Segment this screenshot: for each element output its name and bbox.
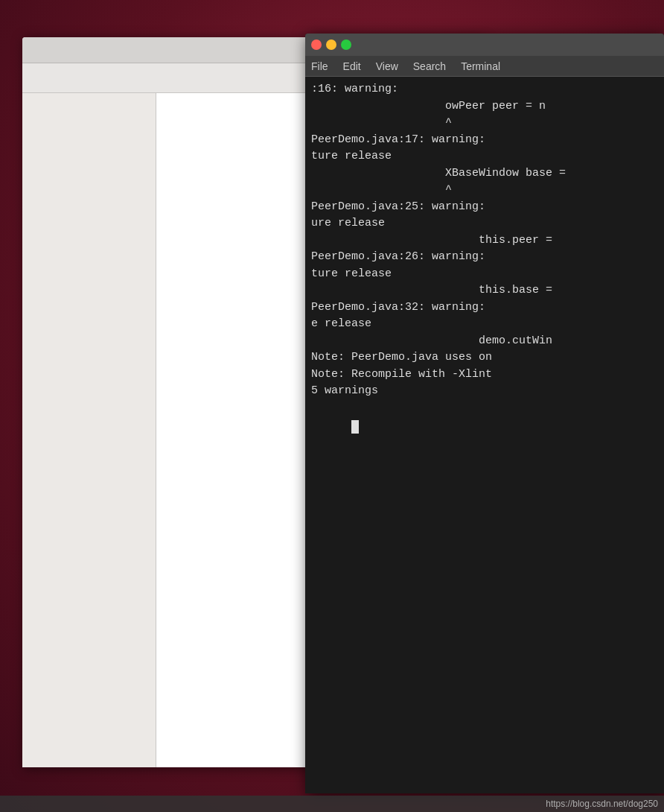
- minimize-button[interactable]: [326, 39, 336, 50]
- terminal-line-3: ^: [311, 115, 658, 132]
- terminal-content[interactable]: :16: warning: owPeer peer = n ^ PeerDemo…: [305, 77, 664, 793]
- terminal-line-12: PeerDemo.java:26: warning:: [311, 249, 658, 266]
- terminal-menubar: File Edit View Search Terminal: [305, 56, 664, 77]
- terminal-line-14: this.base =: [311, 282, 658, 299]
- terminal-line-7: ^: [311, 182, 658, 199]
- terminal-line-4: PeerDemo.java:17: warning:: [311, 132, 658, 149]
- status-bar: https://blog.csdn.net/dog250: [0, 796, 664, 812]
- menu-file[interactable]: File: [311, 60, 328, 72]
- terminal-window: File Edit View Search Terminal :16: warn…: [305, 34, 664, 793]
- terminal-line-16: PeerDemo.java:32: warning:: [311, 299, 658, 317]
- terminal-line-8: PeerDemo.java:25: warning:: [311, 199, 658, 216]
- terminal-line-6: XBaseWindow base =: [311, 165, 658, 183]
- file-manager-sidebar: [22, 93, 156, 767]
- terminal-line-18: demo.cutWin: [311, 333, 658, 350]
- maximize-button[interactable]: [341, 39, 351, 50]
- menu-search[interactable]: Search: [413, 60, 446, 72]
- terminal-line-22: 5 warnings: [311, 383, 658, 400]
- terminal-line-10: this.peer =: [311, 232, 658, 250]
- terminal-titlebar: [305, 34, 664, 56]
- terminal-line-9: ure release: [311, 215, 658, 232]
- terminal-line-2: owPeer peer = n: [311, 98, 658, 115]
- terminal-line-21: Note: Recompile with -Xlint: [311, 367, 658, 384]
- terminal-line-20: Note: PeerDemo.java uses on: [311, 349, 658, 367]
- terminal-line-17: e release: [311, 316, 658, 333]
- terminal-cursor-line: [311, 400, 658, 451]
- terminal-line-5: ture release: [311, 148, 658, 165]
- terminal-line-13: ture release: [311, 266, 658, 283]
- menu-edit[interactable]: Edit: [343, 60, 361, 72]
- menu-terminal[interactable]: Terminal: [461, 60, 500, 72]
- status-url: https://blog.csdn.net/dog250: [546, 799, 658, 809]
- menu-view[interactable]: View: [376, 60, 398, 72]
- close-button[interactable]: [311, 39, 322, 50]
- terminal-line-1: :16: warning:: [311, 81, 658, 98]
- terminal-cursor: [351, 420, 359, 434]
